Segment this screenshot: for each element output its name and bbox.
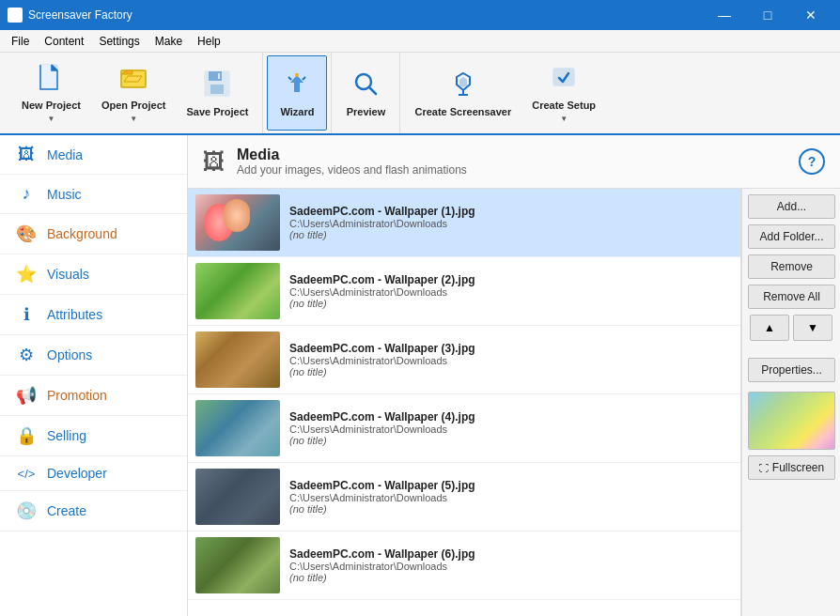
sidebar-label-visuals: Visuals <box>47 267 89 282</box>
media-list-container: SadeemPC.com - Wallpaper (1).jpg C:\User… <box>188 189 741 616</box>
content-title: Media <box>237 146 467 163</box>
main-area: 🖼 Media ♪ Music 🎨 Background ⭐ Visuals ℹ… <box>0 135 840 616</box>
wizard-icon <box>283 69 311 102</box>
media-item-name: SadeemPC.com - Wallpaper (1).jpg <box>289 205 733 218</box>
table-row[interactable]: SadeemPC.com - Wallpaper (6).jpg C:\User… <box>188 531 740 600</box>
preview-label: Preview <box>347 106 386 117</box>
svg-line-8 <box>288 77 291 80</box>
sidebar-label-attributes: Attributes <box>47 307 102 322</box>
create-setup-button[interactable]: Create Setup ▼ <box>521 55 606 131</box>
add-folder-button[interactable]: Add Folder... <box>748 224 835 249</box>
create-screensaver-label: Create Screensaver <box>414 106 511 117</box>
media-item-name: SadeemPC.com - Wallpaper (4).jpg <box>289 410 733 424</box>
minimize-button[interactable]: — <box>703 0 746 30</box>
svg-rect-14 <box>553 69 574 85</box>
remove-button[interactable]: Remove <box>748 254 835 279</box>
sidebar-label-music: Music <box>47 187 82 202</box>
sidebar-label-options: Options <box>47 347 92 362</box>
create-setup-icon <box>550 63 578 96</box>
create-screensaver-icon <box>449 69 477 102</box>
sidebar-label-create: Create <box>47 503 86 518</box>
sidebar-item-media[interactable]: 🖼 Media <box>0 135 187 175</box>
attributes-icon: ℹ <box>15 304 38 325</box>
content-subtitle: Add your images, videos and flash animat… <box>237 163 467 177</box>
table-row[interactable]: SadeemPC.com - Wallpaper (2).jpg C:\User… <box>188 257 740 326</box>
sidebar-item-background[interactable]: 🎨 Background <box>0 214 187 254</box>
svg-rect-4 <box>210 85 224 94</box>
move-down-button[interactable]: ▼ <box>793 315 832 341</box>
wizard-button[interactable]: Wizard <box>267 55 327 131</box>
save-project-icon <box>203 69 231 102</box>
menu-content[interactable]: Content <box>37 33 91 50</box>
new-project-button[interactable]: New Project ▼ <box>11 55 91 131</box>
content-header-icon: 🖼 <box>203 148 226 175</box>
preview-button[interactable]: Preview <box>335 55 396 131</box>
create-screensaver-button[interactable]: Create Screensaver <box>404 55 521 131</box>
maximize-button[interactable]: □ <box>746 0 789 30</box>
media-icon: 🖼 <box>15 145 38 164</box>
media-item-name: SadeemPC.com - Wallpaper (6).jpg <box>289 547 733 561</box>
sidebar-item-options[interactable]: ⚙ Options <box>0 335 187 376</box>
close-button[interactable]: ✕ <box>789 0 832 30</box>
properties-button[interactable]: Properties... <box>748 358 835 382</box>
table-row[interactable]: SadeemPC.com - Wallpaper (1).jpg C:\User… <box>188 189 740 257</box>
media-item-title: (no title) <box>289 572 733 583</box>
open-project-button[interactable]: Open Project ▼ <box>91 55 176 131</box>
toolbar-group-preview: Preview <box>332 53 400 133</box>
menu-file[interactable]: File <box>4 33 37 50</box>
svg-line-7 <box>303 77 305 80</box>
open-project-icon <box>119 63 148 96</box>
sidebar-label-media: Media <box>47 147 83 162</box>
sidebar-item-music[interactable]: ♪ Music <box>0 175 187 214</box>
sidebar-item-developer[interactable]: </> Developer <box>0 456 187 491</box>
toolbar-group-project: New Project ▼ Open Project ▼ <box>8 53 263 133</box>
title-bar-text: Screensaver Factory <box>28 8 132 22</box>
new-project-icon <box>37 63 65 96</box>
svg-line-11 <box>369 87 376 94</box>
title-bar: Screensaver Factory — □ ✕ <box>0 0 840 30</box>
fullscreen-button[interactable]: ⛶ Fullscreen <box>748 455 835 480</box>
table-row[interactable]: SadeemPC.com - Wallpaper (4).jpg C:\User… <box>188 394 740 463</box>
sidebar-label-selling: Selling <box>47 428 86 443</box>
media-item-name: SadeemPC.com - Wallpaper (3).jpg <box>289 342 733 355</box>
menu-help[interactable]: Help <box>190 33 228 50</box>
remove-all-button[interactable]: Remove All <box>748 285 835 309</box>
content-header-text: Media Add your images, videos and flash … <box>237 146 467 177</box>
visuals-icon: ⭐ <box>15 264 38 285</box>
media-thumbnail <box>195 469 280 525</box>
media-item-path: C:\Users\Administrator\Downloads <box>289 424 733 435</box>
save-project-button[interactable]: Save Project <box>176 55 258 131</box>
content-body: SadeemPC.com - Wallpaper (1).jpg C:\User… <box>188 189 840 616</box>
media-item-path: C:\Users\Administrator\Downloads <box>289 492 733 503</box>
media-thumbnail <box>195 537 280 593</box>
sidebar-label-background: Background <box>47 226 117 241</box>
sidebar-item-selling[interactable]: 🔒 Selling <box>0 416 187 456</box>
toolbar-group-create: Create Screensaver Create Setup ▼ <box>400 53 610 133</box>
media-list[interactable]: SadeemPC.com - Wallpaper (1).jpg C:\User… <box>188 189 740 616</box>
app-icon <box>8 8 23 23</box>
media-thumbnail <box>195 194 280 251</box>
preview-image <box>749 393 834 449</box>
sidebar-label-developer: Developer <box>47 466 107 481</box>
add-button[interactable]: Add... <box>748 194 835 219</box>
new-project-label: New Project <box>22 100 81 111</box>
title-bar-controls: — □ ✕ <box>703 0 832 30</box>
side-panel: Add... Add Folder... Remove Remove All ▲… <box>741 189 840 616</box>
menu-make[interactable]: Make <box>148 33 190 50</box>
create-icon: 💿 <box>15 500 38 521</box>
sidebar-item-attributes[interactable]: ℹ Attributes <box>0 295 187 335</box>
sidebar-label-promotion: Promotion <box>47 388 107 403</box>
table-row[interactable]: SadeemPC.com - Wallpaper (5).jpg C:\User… <box>188 463 740 531</box>
sidebar-item-promotion[interactable]: 📢 Promotion <box>0 376 187 416</box>
move-up-button[interactable]: ▲ <box>750 315 789 341</box>
table-row[interactable]: SadeemPC.com - Wallpaper (3).jpg C:\User… <box>188 326 740 394</box>
menu-settings[interactable]: Settings <box>91 33 147 50</box>
help-button[interactable]: ? <box>799 148 825 175</box>
preview-thumbnail <box>748 392 835 450</box>
content-area: 🖼 Media Add your images, videos and flas… <box>188 135 840 616</box>
media-item-title: (no title) <box>289 298 733 309</box>
svg-rect-5 <box>218 73 220 79</box>
sidebar-item-visuals[interactable]: ⭐ Visuals <box>0 254 187 295</box>
sidebar-item-create[interactable]: 💿 Create <box>0 491 187 531</box>
arrow-buttons: ▲ ▼ <box>748 315 834 341</box>
